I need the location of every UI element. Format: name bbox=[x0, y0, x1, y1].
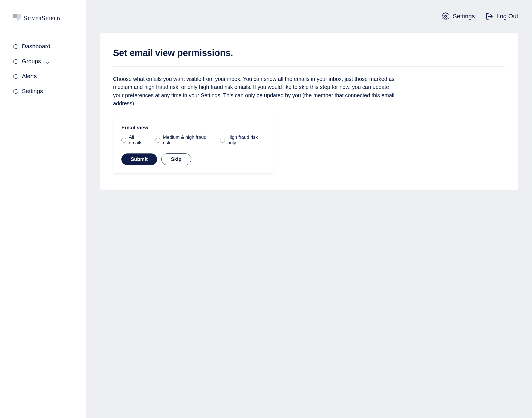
topbar-link-label: Settings bbox=[453, 13, 475, 20]
page-title: Set email view permissions. bbox=[113, 48, 505, 58]
sidebar-item-label: Dashboard bbox=[22, 43, 50, 50]
radio-option-high-only[interactable]: High fraud risk only bbox=[220, 135, 265, 146]
radio-label: High fraud risk only bbox=[227, 135, 265, 146]
logout-icon bbox=[485, 12, 493, 20]
svg-marker-2 bbox=[14, 74, 18, 79]
settings-link[interactable]: Settings bbox=[442, 12, 475, 20]
svg-marker-3 bbox=[14, 89, 18, 94]
gear-icon bbox=[442, 12, 449, 20]
submit-button[interactable]: Submit bbox=[121, 153, 157, 165]
sidebar-item-alerts[interactable]: Alerts bbox=[13, 69, 86, 83]
hexagon-icon bbox=[13, 59, 18, 64]
sidebar-item-label: Groups bbox=[22, 58, 41, 65]
radio-option-medium-high[interactable]: Medium & high fraud risk bbox=[155, 135, 212, 146]
hexagon-icon bbox=[13, 44, 18, 49]
hexagon-icon bbox=[13, 74, 18, 79]
divider bbox=[113, 66, 505, 67]
skip-button[interactable]: Skip bbox=[161, 153, 191, 165]
chevron-down-icon bbox=[46, 59, 50, 63]
sidebar-item-settings[interactable]: Settings bbox=[13, 84, 86, 98]
sidebar-item-label: Alerts bbox=[22, 73, 37, 80]
radio-icon bbox=[155, 138, 160, 143]
svg-point-4 bbox=[445, 16, 447, 17]
email-view-form: Email view All emails Medium & high frau… bbox=[113, 116, 274, 173]
svg-marker-0 bbox=[14, 44, 18, 49]
sidebar-item-groups[interactable]: Groups bbox=[13, 54, 86, 68]
radio-label: All emails bbox=[129, 135, 148, 146]
sidebar-item-label: Settings bbox=[22, 88, 43, 94]
form-section-label: Email view bbox=[121, 125, 265, 131]
logout-link[interactable]: Log Out bbox=[485, 12, 518, 20]
topbar: Settings Log Out bbox=[86, 0, 532, 33]
brand-name: SilverShield bbox=[24, 15, 60, 22]
page-description: Choose what emails you want visible from… bbox=[113, 75, 398, 107]
svg-marker-1 bbox=[14, 59, 18, 64]
sidebar-item-dashboard[interactable]: Dashboard bbox=[13, 39, 86, 53]
radio-group-email-view: All emails Medium & high fraud risk High… bbox=[121, 135, 265, 146]
brand-logo[interactable]: SilverShield bbox=[0, 14, 86, 39]
content-card: Set email view permissions. Choose what … bbox=[100, 33, 518, 190]
radio-label: Medium & high fraud risk bbox=[163, 135, 212, 146]
shield-icon bbox=[13, 14, 21, 23]
topbar-link-label: Log Out bbox=[497, 13, 518, 20]
radio-option-all-emails[interactable]: All emails bbox=[121, 135, 148, 146]
sidebar: SilverShield Dashboard Groups bbox=[0, 0, 86, 418]
radio-icon bbox=[121, 138, 126, 143]
main-area: Settings Log Out Set email view permissi… bbox=[86, 0, 532, 418]
hexagon-icon bbox=[13, 89, 18, 94]
radio-icon bbox=[220, 138, 225, 143]
primary-nav: Dashboard Groups Alerts bbox=[0, 39, 86, 98]
